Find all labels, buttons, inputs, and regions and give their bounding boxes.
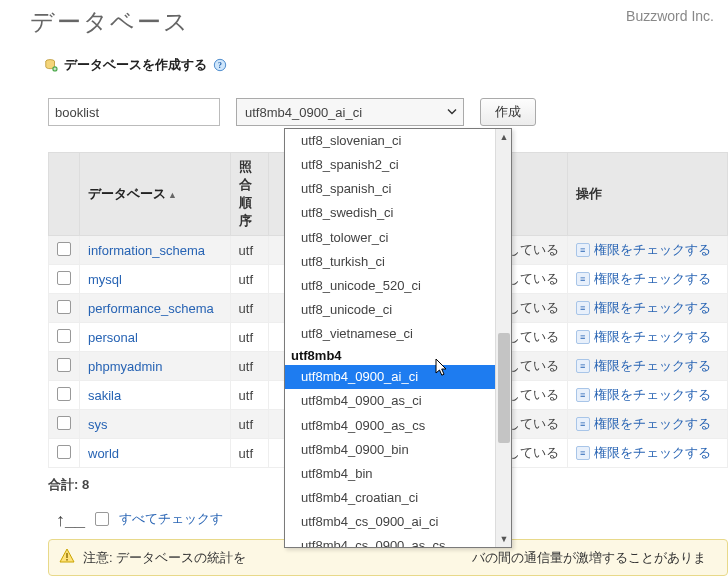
scroll-thumb[interactable] — [498, 333, 510, 443]
check-privileges-link[interactable]: ≡権限をチェックする — [576, 328, 711, 346]
check-privileges-label: 権限をチェックする — [594, 386, 711, 404]
collation-select-value: utf8mb4_0900_ai_ci — [245, 105, 362, 120]
collation-select[interactable]: utf8mb4_0900_ai_ci — [236, 98, 464, 126]
row-collation: utf — [230, 381, 268, 410]
dropdown-option[interactable]: utf8_tolower_ci — [285, 226, 495, 250]
database-link[interactable]: sys — [88, 417, 108, 432]
privileges-icon: ≡ — [576, 388, 590, 402]
check-privileges-link[interactable]: ≡権限をチェックする — [576, 386, 711, 404]
col-action[interactable]: 操作 — [567, 153, 727, 236]
database-link[interactable]: phpmyadmin — [88, 359, 162, 374]
svg-text:?: ? — [218, 61, 222, 70]
help-icon[interactable]: ? — [213, 58, 227, 72]
database-link[interactable]: personal — [88, 330, 138, 345]
row-checkbox[interactable] — [57, 358, 71, 372]
dropdown-option[interactable]: utf8_vietnamese_ci — [285, 322, 495, 346]
check-privileges-link[interactable]: ≡権限をチェックする — [576, 270, 711, 288]
row-collation: utf — [230, 352, 268, 381]
row-checkbox[interactable] — [57, 242, 71, 256]
dropdown-option[interactable]: utf8_spanish2_ci — [285, 153, 495, 177]
row-collation: utf — [230, 410, 268, 439]
privileges-icon: ≡ — [576, 359, 590, 373]
dropdown-option[interactable]: utf8mb4_cs_0900_as_cs — [285, 534, 495, 548]
warning-text-left: 注意: データベースの統計を — [83, 549, 246, 567]
check-privileges-label: 権限をチェックする — [594, 444, 711, 462]
dropdown-option[interactable]: utf8_unicode_ci — [285, 298, 495, 322]
svg-rect-4 — [66, 553, 67, 558]
privileges-icon: ≡ — [576, 417, 590, 431]
check-privileges-link[interactable]: ≡権限をチェックする — [576, 415, 711, 433]
dropdown-option[interactable]: utf8_turkish_ci — [285, 250, 495, 274]
dropdown-option[interactable]: utf8_spanish_ci — [285, 177, 495, 201]
col-database[interactable]: データベース▲ — [80, 153, 231, 236]
dropdown-option[interactable]: utf8_swedish_ci — [285, 201, 495, 225]
create-database-label: データベースを作成する — [64, 56, 207, 74]
privileges-icon: ≡ — [576, 243, 590, 257]
create-button[interactable]: 作成 — [480, 98, 536, 126]
privileges-icon: ≡ — [576, 301, 590, 315]
chevron-down-icon — [447, 105, 457, 120]
check-privileges-link[interactable]: ≡権限をチェックする — [576, 444, 711, 462]
svg-rect-5 — [66, 559, 67, 561]
check-privileges-label: 権限をチェックする — [594, 299, 711, 317]
row-checkbox[interactable] — [57, 329, 71, 343]
scroll-down-icon[interactable]: ▼ — [496, 531, 512, 547]
check-privileges-label: 権限をチェックする — [594, 270, 711, 288]
select-all-label[interactable]: すべてチェックす — [119, 510, 223, 528]
row-checkbox[interactable] — [57, 271, 71, 285]
privileges-icon: ≡ — [576, 446, 590, 460]
check-privileges-label: 権限をチェックする — [594, 357, 711, 375]
row-collation: utf — [230, 323, 268, 352]
dropdown-option[interactable]: utf8mb4_cs_0900_ai_ci — [285, 510, 495, 534]
dropdown-option[interactable]: utf8mb4_0900_as_ci — [285, 389, 495, 413]
row-checkbox[interactable] — [57, 416, 71, 430]
col-collation[interactable]: 照合順序 — [230, 153, 268, 236]
check-privileges-link[interactable]: ≡権限をチェックする — [576, 357, 711, 375]
database-add-icon — [44, 58, 58, 72]
dropdown-option[interactable]: utf8mb4_0900_as_cs — [285, 414, 495, 438]
select-all-checkbox[interactable] — [95, 512, 109, 526]
row-collation: utf — [230, 236, 268, 265]
check-privileges-label: 権限をチェックする — [594, 415, 711, 433]
privileges-icon: ≡ — [576, 272, 590, 286]
dropdown-option[interactable]: utf8mb4_0900_ai_ci — [285, 365, 495, 389]
check-privileges-label: 権限をチェックする — [594, 328, 711, 346]
select-all-arrow-icon: ↑__ — [56, 510, 85, 531]
dropdown-option[interactable]: utf8mb4_0900_bin — [285, 438, 495, 462]
page-title: データベース — [30, 6, 728, 38]
database-link[interactable]: performance_schema — [88, 301, 214, 316]
dropdown-option[interactable]: utf8_slovenian_ci — [285, 129, 495, 153]
row-collation: utf — [230, 439, 268, 468]
database-link[interactable]: sakila — [88, 388, 121, 403]
row-collation: utf — [230, 265, 268, 294]
row-checkbox[interactable] — [57, 445, 71, 459]
dropdown-group: utf8mb4 — [285, 346, 495, 365]
dropdown-scrollbar[interactable]: ▲ ▼ — [495, 129, 511, 547]
dropdown-option[interactable]: utf8mb4_croatian_ci — [285, 486, 495, 510]
database-link[interactable]: mysql — [88, 272, 122, 287]
warning-icon — [59, 548, 75, 567]
row-collation: utf — [230, 294, 268, 323]
privileges-icon: ≡ — [576, 330, 590, 344]
scroll-up-icon[interactable]: ▲ — [496, 129, 512, 145]
row-checkbox[interactable] — [57, 387, 71, 401]
database-name-input[interactable] — [48, 98, 220, 126]
row-checkbox[interactable] — [57, 300, 71, 314]
check-privileges-link[interactable]: ≡権限をチェックする — [576, 241, 711, 259]
check-privileges-label: 権限をチェックする — [594, 241, 711, 259]
sort-asc-icon: ▲ — [168, 190, 177, 200]
warning-text-right: バの間の通信量が激増することがありま — [472, 549, 706, 567]
database-link[interactable]: information_schema — [88, 243, 205, 258]
database-link[interactable]: world — [88, 446, 119, 461]
dropdown-option[interactable]: utf8_unicode_520_ci — [285, 274, 495, 298]
collation-dropdown[interactable]: utf8_slovenian_ciutf8_spanish2_ciutf8_sp… — [284, 128, 512, 548]
check-privileges-link[interactable]: ≡権限をチェックする — [576, 299, 711, 317]
brand-label: Buzzword Inc. — [626, 8, 714, 24]
create-database-header: データベースを作成する ? — [44, 56, 728, 74]
dropdown-option[interactable]: utf8mb4_bin — [285, 462, 495, 486]
